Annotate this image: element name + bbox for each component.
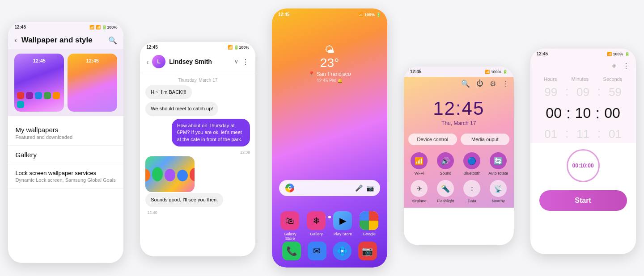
phone4-time: 12:45 — [410, 69, 422, 74]
app-icon-img: ▶ — [333, 211, 352, 230]
battery-icon: 100% — [364, 13, 375, 17]
temperature: 23° — [272, 56, 387, 70]
dock-phone[interactable]: 📞 — [282, 242, 301, 260]
main-sep1: : — [566, 105, 570, 122]
phone1-time: 12:45 — [14, 25, 26, 29]
time-small: 12:45 PM 🔔 — [272, 78, 387, 83]
wp-left-icons — [17, 92, 61, 108]
qs-tile-wifi[interactable]: 📶 Wi-Fi — [408, 152, 430, 176]
main-sep2: : — [596, 105, 600, 122]
search-bar[interactable]: G 🎤 📷 — [279, 180, 380, 196]
seconds-main: 00 — [600, 105, 625, 121]
qs-tile-nearby[interactable]: 📡 Nearby — [487, 180, 509, 203]
message-thread: Hi~! I'm BACK!!! We should meet to catch… — [145, 85, 250, 217]
search-icon[interactable]: 🔍 — [461, 79, 470, 88]
settings-icon[interactable]: ⚙ — [490, 79, 496, 88]
sent-message-area: How about on Thursday at 6PM? If you are… — [145, 119, 250, 156]
app-galaxy-store[interactable]: 🛍 Galaxy Store — [279, 211, 301, 241]
menu-item-sub: Featured and downloaded — [15, 134, 116, 140]
wallpaper-preview-right[interactable]: 12:45 — [68, 54, 117, 112]
wifi-icon: 📶 — [607, 52, 612, 56]
menu-item-gallery[interactable]: Gallery — [8, 146, 123, 164]
battery-full-icon: 🔋 — [376, 13, 381, 17]
dock-messages[interactable]: ✉ — [308, 242, 326, 260]
device-control-btn[interactable]: Device control — [408, 134, 457, 145]
bubble-received-2: We should meet to catch up! — [145, 102, 218, 116]
timer-header: + ⋮ — [530, 59, 636, 75]
phone3-status-bar: 12:45 📶 100% 🔋 — [272, 8, 387, 21]
back-icon[interactable]: ‹ — [14, 36, 17, 44]
app-gallery[interactable]: ❄ Gallery — [305, 211, 327, 241]
more-icon[interactable]: ⋮ — [502, 79, 509, 88]
battery-icon: 100% — [491, 70, 501, 74]
qs-label: Bluetooth — [463, 171, 480, 176]
col-minutes: Minutes — [572, 76, 589, 82]
qs-tile-flashlight[interactable]: 🔦 Flashlight — [435, 180, 457, 203]
app-icon-img: 🛍 — [280, 211, 299, 230]
qs-label: Sound — [440, 171, 451, 176]
qs-tile-sound[interactable]: 🔊 Sound — [435, 152, 457, 176]
timer-scroll-area[interactable]: 99 : 09 : 59 00 : 10 : 00 01 : 11 : 01 — [530, 84, 636, 143]
app-play-store[interactable]: ▶ Play Store — [332, 211, 354, 241]
phone5-timer: 12:45 📶 100% 🔋 + ⋮ Hours Minutes Seconds… — [530, 49, 636, 254]
timer-main-display: 00 : 10 : 00 — [535, 101, 631, 125]
phone3-homescreen: 12:45 📶 100% 🔋 🌤 23° 📍 San Francisco 12:… — [272, 8, 387, 268]
flashlight-tile-icon: 🔦 — [437, 180, 454, 197]
signal-icon: 📶 — [96, 25, 101, 29]
sep2: : — [597, 84, 601, 99]
back-icon[interactable]: ‹ — [146, 58, 148, 66]
qs-tile-airplane[interactable]: ✈ Airplane — [408, 180, 430, 203]
sep3: : — [565, 126, 569, 141]
phone1-header: ‹ Wallpaper and style 🔍 — [8, 32, 123, 49]
wp-left-time: 12:45 — [14, 58, 64, 63]
qs-tile-data[interactable]: ↕ Data — [461, 180, 483, 203]
battery-icon: 🔋100% — [102, 25, 117, 29]
more-icon[interactable]: ⋮ — [623, 62, 630, 70]
messages-body: Hi~! I'm BACK!!! We should meet to catch… — [140, 85, 255, 217]
menu-item-mywallpapers[interactable]: My wallpapers Featured and downloaded — [8, 121, 123, 146]
menu-item-lockscreen[interactable]: Lock screen wallpaper services Dynamic L… — [8, 164, 123, 188]
app-label: Play Store — [334, 232, 352, 236]
add-icon[interactable]: + — [612, 62, 616, 70]
phone4-body: 🔍 ⏻ ⚙ ⋮ 12:45 Thu, March 17 Device contr… — [404, 77, 514, 208]
timer-top-row: 99 : 09 : 59 — [535, 84, 631, 101]
wifi-tile-icon: 📶 — [411, 152, 428, 169]
app-google[interactable]: Google — [358, 211, 380, 241]
dock-camera[interactable]: 📷 — [358, 242, 377, 260]
phone1-wallpaper-style: 12:45 📶 📶 🔋100% ‹ Wallpaper and style 🔍 … — [8, 22, 123, 263]
more-icon[interactable]: ⋮ — [242, 58, 249, 66]
date-label: Thu, March 17 — [404, 120, 514, 126]
power-icon[interactable]: ⏻ — [476, 79, 483, 88]
menu-item-label: My wallpapers — [15, 126, 116, 134]
weather-icon: 🌤 — [272, 44, 387, 56]
page-title: Wallpaper and style — [21, 36, 104, 45]
search-icon[interactable]: 🔍 — [108, 36, 117, 45]
lens-icon[interactable]: 📷 — [366, 184, 374, 192]
col-seconds: Seconds — [603, 76, 623, 82]
timer-circle[interactable]: 00:10:00 — [567, 149, 600, 182]
media-output-btn[interactable]: Media ouput — [461, 134, 509, 145]
battery-icon2: 🔋 — [625, 52, 630, 56]
mic-icon[interactable]: 🎤 — [355, 184, 363, 192]
sep4: : — [597, 126, 601, 141]
phone4-quick-settings: 12:45 📶 100% 🔋 🔍 ⏻ ⚙ ⋮ 12:45 Thu, March … — [404, 67, 514, 245]
wifi-icon: 📶 — [228, 45, 233, 50]
phone2-status-bar: 12:45 📶 🔋100% — [140, 42, 255, 52]
start-button[interactable]: Start — [539, 190, 627, 211]
qs-top-icons: 🔍 ⏻ ⚙ ⋮ — [404, 77, 514, 91]
phone4-status-bar: 12:45 📶 100% 🔋 — [404, 67, 514, 77]
qs-tile-autorotate[interactable]: 🔄 Auto rotate — [487, 152, 509, 176]
qs-label: Wi-Fi — [415, 171, 424, 176]
wifi-icon: 📶 — [358, 13, 363, 17]
balloon-image — [145, 163, 195, 185]
qs-tile-bluetooth[interactable]: 🔵 Bluetooth — [461, 152, 483, 176]
wallpaper-preview-left[interactable]: 12:45 — [14, 54, 64, 112]
wp-right-time: 12:45 — [68, 58, 117, 63]
dropdown-icon[interactable]: ∨ — [234, 59, 238, 65]
minutes-bottom: 11 — [571, 127, 596, 141]
menu-item-sub: Dynamic Lock screen, Samsung Global Goal… — [15, 177, 116, 183]
google-icon: G — [285, 184, 294, 192]
phone3-status-icons: 📶 100% 🔋 — [358, 13, 381, 17]
phone1-status-icons: 📶 📶 🔋100% — [89, 25, 117, 29]
dock-app3[interactable]: 💠 — [333, 242, 352, 260]
